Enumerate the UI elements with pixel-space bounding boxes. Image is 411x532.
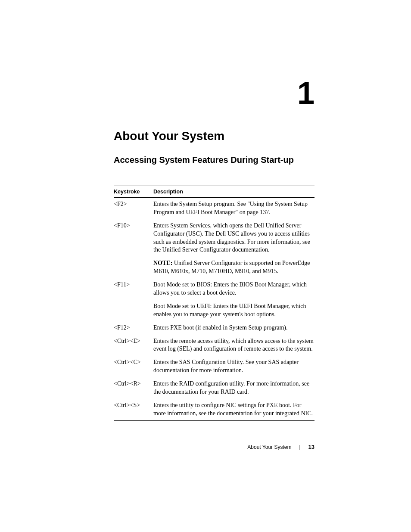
table-row: <F10> Enters System Services, which open… [114,219,314,257]
page-footer: About Your System | 13 [247,444,314,450]
cell-description: Enters PXE boot (if enabled in System Se… [153,321,314,335]
keystroke-table: Keystroke Description <F2> Enters the Sy… [114,186,314,421]
footer-divider: | [299,444,300,450]
cell-keystroke: <Ctrl><C> [114,356,153,377]
cell-keystroke: <Ctrl><S> [114,399,153,420]
chapter-title: About Your System [114,129,314,143]
table-row: <F2> Enters the System Setup program. Se… [114,198,314,219]
cell-description: Enters the SAS Configuration Utility. Se… [153,356,314,377]
section-title: Accessing System Features During Start-u… [114,155,314,165]
table-row: <Ctrl><C> Enters the SAS Configuration U… [114,356,314,377]
cell-keystroke: <Ctrl><E> [114,335,153,356]
cell-keystroke: <F2> [114,198,153,219]
cell-description: Enters the System Setup program. See "Us… [153,198,314,219]
chapter-number: 1 [114,78,314,109]
footer-page-number: 13 [308,444,314,450]
note-text: Unified Server Configurator is supported… [153,260,310,274]
note-label: NOTE: [153,260,172,266]
table-row: <F12> Enters PXE boot (if enabled in Sys… [114,321,314,335]
table-row: <Ctrl><R> Enters the RAID configuration … [114,377,314,399]
th-description: Description [153,186,314,198]
cell-keystroke: <F10> [114,219,153,278]
cell-description: Boot Mode set to UEFI: Enters the UEFI B… [153,300,314,321]
cell-keystroke: <F11> [114,278,153,321]
cell-keystroke: <Ctrl><R> [114,377,153,399]
footer-label: About Your System [247,444,291,450]
table-row: <Ctrl><S> Enters the utility to configur… [114,399,314,420]
table-row: <Ctrl><E> Enters the remote access utili… [114,335,314,356]
table-row: <F11> Boot Mode set to BIOS: Enters the … [114,278,314,300]
cell-note: NOTE: Unified Server Configurator is sup… [153,257,314,278]
th-keystroke: Keystroke [114,186,153,198]
cell-description: Enters the remote access utility, which … [153,335,314,356]
cell-description: Enters the utility to configure NIC sett… [153,399,314,420]
cell-description: Enters System Services, which opens the … [153,219,314,257]
cell-description: Enters the RAID configuration utility. F… [153,377,314,399]
cell-keystroke: <F12> [114,321,153,335]
cell-description: Boot Mode set to BIOS: Enters the BIOS B… [153,278,314,300]
